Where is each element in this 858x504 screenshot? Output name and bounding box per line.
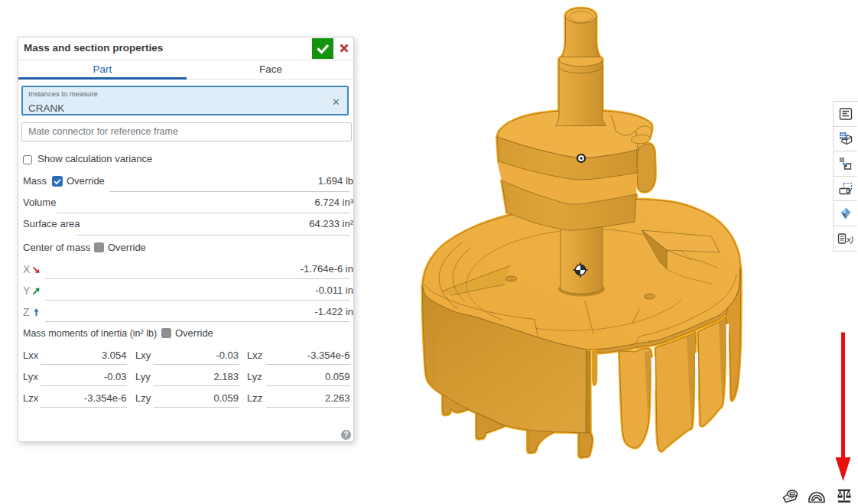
svg-text:x): x) — [846, 235, 854, 244]
